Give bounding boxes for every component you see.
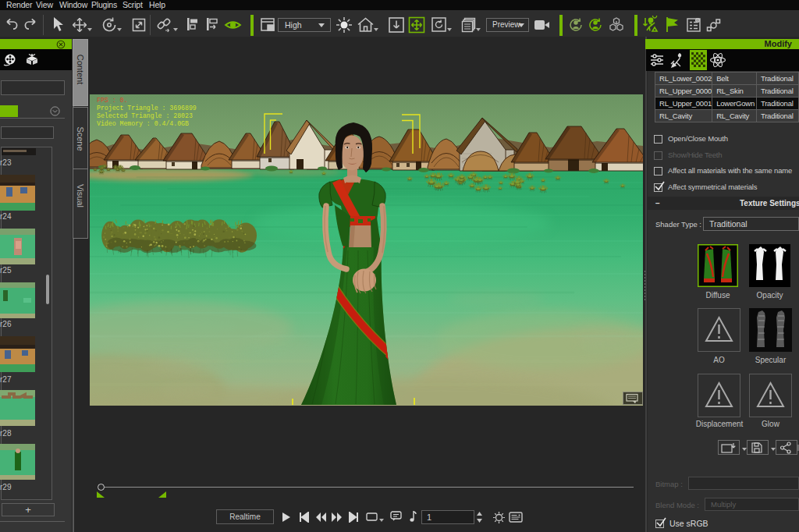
svg-text:Selected Triangle : 28023: Selected Triangle : 28023: [97, 112, 193, 119]
svg-text:Project Triangle : 3696899: Project Triangle : 3696899: [97, 105, 197, 112]
svg-text:FPS : 0.: FPS : 0.: [97, 97, 127, 104]
svg-text:Video Memory : 0.4/4.0GB: Video Memory : 0.4/4.0GB: [97, 120, 189, 127]
